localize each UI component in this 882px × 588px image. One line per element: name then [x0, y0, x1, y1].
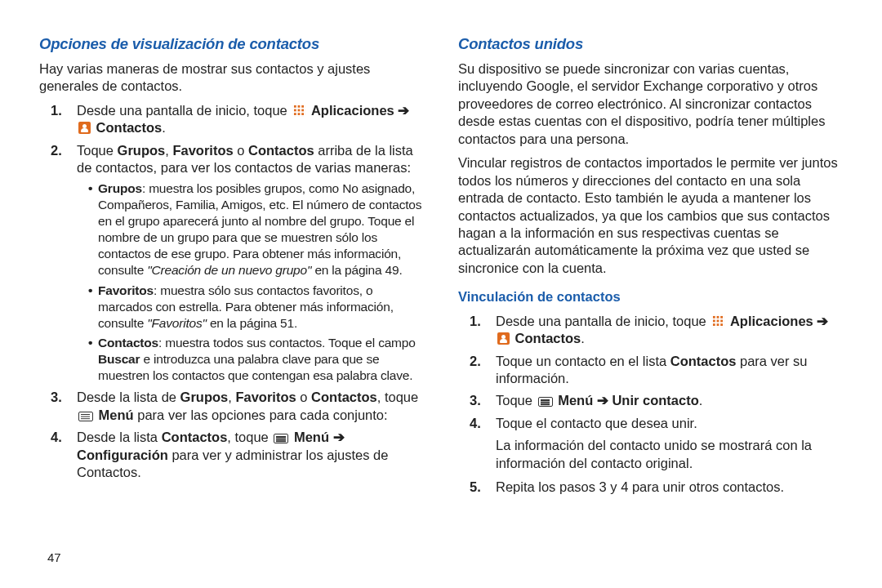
apps-label: Aplicaciones	[311, 103, 398, 118]
intro-paragraph: Hay varias maneras de mostrar sus contac…	[39, 60, 424, 96]
text: , toque	[227, 430, 272, 444]
cross-ref: "Creación de un nuevo grupo"	[147, 263, 311, 277]
step-2-right: 2. Toque un contacto en el lista Contact…	[481, 353, 843, 388]
text: Desde la lista	[77, 430, 162, 444]
step-num: 1.	[470, 313, 481, 330]
apps-grid-icon	[292, 104, 305, 117]
bullet-lead: Favoritos	[98, 283, 154, 297]
contacts-bold: Contactos	[670, 354, 737, 368]
step-1-left: 1. Desde una pantalla de inicio, toque A…	[62, 102, 424, 137]
heading-joined-contacts: Contactos unidos	[458, 34, 843, 54]
bullet-groups: Grupos: muestra los posibles grupos, com…	[88, 180, 424, 279]
step-3-right: 3. Toque Menú ➔ Unir contacto.	[481, 392, 843, 409]
step-num: 3.	[470, 392, 481, 409]
contacts-app-icon	[497, 332, 510, 345]
step-5-right: 5. Repita los pasos 3 y 4 para unir otro…	[481, 479, 843, 496]
search-bold: Buscar	[98, 352, 140, 366]
text: , toque	[377, 390, 418, 404]
paragraph-2: Vincular registros de contactos importad…	[458, 154, 843, 277]
groups-bold: Grupos	[180, 390, 229, 404]
step-num: 2.	[51, 142, 62, 159]
step-3-left: 3. Desde la lista de Grupos, Favoritos o…	[62, 389, 424, 424]
arrow-icon: ➔	[398, 103, 409, 118]
step-4-extra: La información del contacto unido se mos…	[496, 437, 843, 472]
step-num: 3.	[51, 389, 62, 406]
manual-page: Opciones de visualización de contactos H…	[0, 0, 882, 588]
contacts-bold: Contactos	[311, 390, 377, 404]
steps-list-left: 1. Desde una pantalla de inicio, toque A…	[39, 102, 424, 482]
menu-icon	[78, 412, 93, 421]
contacts-label: Contactos	[96, 120, 163, 135]
page-number: 47	[47, 550, 61, 566]
config-label: Configuración	[77, 448, 168, 462]
bullet-contacts: Contactos: muestra todos sus contactos. …	[88, 335, 424, 384]
contacts-bold: Contactos	[248, 143, 314, 158]
text: ,	[165, 143, 172, 158]
text: Toque	[77, 143, 118, 158]
step-4-right: 4. Toque el contacto que desea unir. La …	[481, 415, 843, 472]
period: .	[162, 120, 166, 135]
text: Toque un contacto en el lista	[496, 354, 670, 368]
text: Desde una pantalla de inicio, toque	[496, 314, 710, 328]
menu-icon	[274, 434, 288, 443]
bullet-lead: Grupos	[98, 181, 142, 195]
text: e introduzca una palabra clave para que …	[98, 352, 412, 382]
steps-list-right: 1. Desde una pantalla de inicio, toque A…	[458, 313, 843, 497]
left-column: Opciones de visualización de contactos H…	[39, 34, 424, 568]
menu-icon	[538, 397, 553, 407]
step-num: 4.	[51, 429, 62, 446]
text: Toque el contacto que desea unir.	[496, 416, 697, 430]
bullets-list: Grupos: muestra los posibles grupos, com…	[77, 180, 424, 385]
period: .	[699, 393, 703, 408]
menu-label: Menú	[558, 393, 597, 408]
favorites-bold: Favoritos	[235, 390, 296, 404]
step-2-left: 2. Toque Grupos, Favoritos o Contactos a…	[62, 142, 424, 385]
right-column: Contactos unidos Su dispositivo se puede…	[458, 34, 843, 568]
groups-bold: Grupos	[118, 143, 166, 158]
arrow-icon: ➔	[817, 314, 828, 328]
text: Toque	[496, 393, 537, 408]
join-contact-label: Unir contacto	[612, 393, 698, 408]
text: Desde una pantalla de inicio, toque	[77, 103, 291, 118]
step-num: 4.	[470, 415, 481, 432]
text: o	[296, 390, 311, 404]
step-num: 1.	[51, 102, 62, 119]
paragraph-1: Su dispositivo se puede sincronizar con …	[458, 60, 843, 148]
apps-label: Aplicaciones	[730, 314, 817, 328]
step-num: 2.	[470, 353, 481, 370]
arrow-icon: ➔	[333, 430, 345, 444]
step-1-right: 1. Desde una pantalla de inicio, toque A…	[481, 313, 843, 348]
text: en la página 51.	[207, 316, 297, 330]
period: .	[581, 331, 585, 345]
text: en la página 49.	[311, 263, 402, 277]
menu-label: Menú	[294, 430, 333, 444]
text: Repita los pasos 3 y 4 para unir otros c…	[496, 479, 784, 494]
cross-ref: "Favoritos"	[147, 316, 207, 330]
contacts-app-icon	[78, 122, 91, 134]
arrow-icon: ➔	[597, 393, 608, 408]
text: : muestra todos sus contactos. Toque el …	[158, 336, 416, 350]
text: o	[234, 143, 248, 158]
heading-display-options: Opciones de visualización de contactos	[39, 34, 424, 54]
bullet-favorites: Favoritos: muestra sólo sus contactos fa…	[88, 283, 424, 332]
contacts-bold: Contactos	[162, 430, 228, 444]
apps-grid-icon	[711, 314, 724, 327]
subheading-linking: Vinculación de contactos	[458, 288, 843, 305]
step-num: 5.	[470, 479, 481, 496]
bullet-lead: Contactos	[98, 336, 158, 350]
text: Desde la lista de	[77, 390, 180, 404]
text: para ver las opciones para cada conjunto…	[134, 408, 388, 422]
favorites-bold: Favoritos	[172, 143, 233, 158]
step-4-left: 4. Desde la lista Contactos, toque Menú …	[62, 429, 424, 481]
menu-label: Menú	[99, 408, 134, 422]
contacts-label: Contactos	[515, 331, 581, 345]
